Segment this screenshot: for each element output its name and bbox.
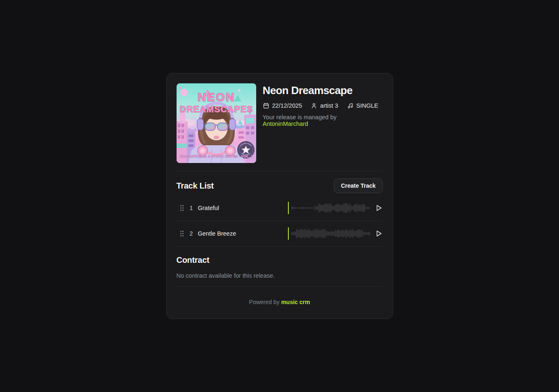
album-title-line1: NEON [198, 91, 235, 104]
release-card: STARLIGHT RECORDS NEON DREAMSCAPES POP A… [166, 73, 393, 319]
play-icon [375, 229, 383, 238]
track-list: 1 Grateful 2 Gentle Breeze [177, 196, 383, 247]
album-title-line2: DREAMSCAPES [179, 104, 253, 114]
drag-handle-icon[interactable] [179, 229, 185, 238]
album-cover-art: STARLIGHT RECORDS NEON DREAMSCAPES POP A… [177, 83, 256, 163]
header-divider [177, 171, 383, 171]
calendar-icon [263, 102, 269, 109]
release-title: Neon Dreamscape [263, 84, 383, 97]
waveform[interactable] [288, 202, 371, 214]
manager-link[interactable]: AntoninMarchard [263, 120, 308, 127]
waveform-playhead [288, 227, 289, 240]
release-meta-row: 22/12/2025 artist 3 SINGLE [263, 102, 383, 109]
release-type-item: SINGLE [347, 102, 378, 109]
waveform[interactable] [288, 227, 371, 240]
play-button[interactable] [375, 229, 383, 238]
managed-by-line: Your release is managed by AntoninMarcha… [263, 114, 383, 127]
drag-handle-icon[interactable] [179, 204, 185, 212]
track-row: 1 Grateful [177, 196, 383, 221]
track-number: 2 [188, 230, 195, 237]
waveform-playhead [288, 202, 289, 214]
managed-by-prefix: Your release is managed by [263, 114, 337, 120]
track-title: Grateful [198, 205, 219, 211]
track-number: 1 [188, 205, 195, 211]
track-list-title: Track List [177, 181, 214, 191]
footer-prefix: Powered by [249, 299, 281, 305]
track-row: 2 Gentle Breeze [177, 221, 383, 247]
play-button[interactable] [375, 204, 383, 212]
brand-link[interactable]: music crm [281, 299, 310, 305]
play-icon [375, 204, 383, 212]
release-date-item: 22/12/2025 [263, 102, 302, 109]
card-footer: Powered by music crm [177, 287, 383, 319]
release-artist: artist 3 [320, 102, 338, 109]
release-header: STARLIGHT RECORDS NEON DREAMSCAPES POP A… [177, 83, 383, 163]
track-list-header: Track List Create Track [177, 178, 383, 193]
release-date: 22/12/2025 [272, 102, 302, 109]
release-type: SINGLE [356, 102, 378, 109]
release-artist-item: artist 3 [311, 102, 338, 109]
album-banner-text: POP ANTHEMS & SYNTH WAVES - VOL. 1 [179, 154, 252, 158]
release-info: Neon Dreamscape 22/12/2025 artist 3 [263, 83, 383, 163]
create-track-button[interactable]: Create Track [334, 178, 382, 193]
album-art-illustration: STARLIGHT RECORDS NEON DREAMSCAPES POP A… [177, 83, 256, 163]
contract-empty-message: No contract available for this release. [177, 272, 383, 279]
contract-title: Contract [177, 255, 383, 265]
user-icon [311, 102, 317, 109]
music-note-icon [347, 102, 354, 109]
track-title: Gentle Breeze [198, 230, 236, 237]
